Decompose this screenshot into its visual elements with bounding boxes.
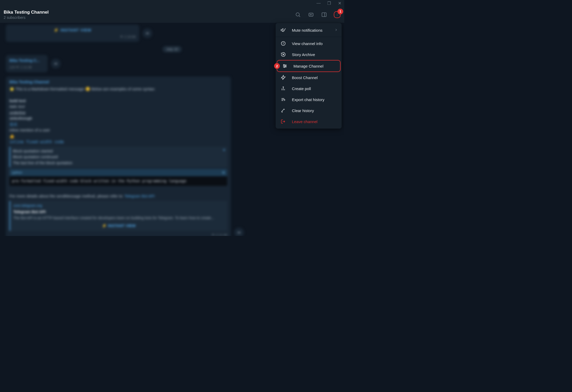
svg-point-9 bbox=[337, 14, 337, 15]
channel-title: Bika Testing Channel bbox=[4, 10, 295, 15]
minimize-button[interactable]: — bbox=[316, 1, 321, 6]
channel-info[interactable]: Bika Testing Channel 2 subscribers bbox=[4, 10, 295, 20]
boost-icon bbox=[280, 75, 286, 80]
voice-chat-icon[interactable] bbox=[308, 11, 314, 18]
message-bubble[interactable]: Bika Testing Channel ⭐ This is a Markdow… bbox=[6, 76, 231, 236]
svg-point-14 bbox=[283, 42, 284, 43]
code-content: pre-formatted fixed-width code block wri… bbox=[9, 176, 227, 186]
boost-channel-item[interactable]: Boost Channel bbox=[276, 72, 342, 83]
block-quote: Block quotation started Block quotation … bbox=[9, 147, 227, 168]
export-icon bbox=[280, 97, 286, 102]
share-icon[interactable]: ➦ bbox=[51, 59, 61, 69]
svg-point-8 bbox=[337, 14, 337, 14]
annotation-badge-2: 2 bbox=[274, 63, 280, 69]
manage-icon bbox=[282, 63, 288, 69]
archive-icon bbox=[280, 52, 286, 57]
message-link[interactable]: 尝试 bbox=[9, 122, 227, 128]
sidebar-toggle-icon[interactable] bbox=[321, 11, 327, 18]
menu-label: Mute notifications bbox=[292, 28, 323, 32]
message-text: For more details about the sendMessage m… bbox=[9, 193, 227, 199]
svg-line-11 bbox=[284, 28, 286, 31]
svg-point-10 bbox=[337, 15, 337, 16]
message-text: underline bbox=[9, 110, 227, 116]
svg-rect-6 bbox=[322, 13, 326, 16]
message-text: inline mention of a user bbox=[9, 127, 227, 133]
menu-label: View channel info bbox=[292, 41, 323, 46]
menu-separator bbox=[276, 37, 342, 37]
svg-line-1 bbox=[299, 16, 300, 17]
options-dropdown-menu: Mute notifications View channel info Sto… bbox=[276, 23, 342, 129]
inline-code: inline fixed-width code bbox=[9, 139, 227, 145]
menu-label: Leave channel bbox=[292, 119, 318, 124]
message-meta: 👁 2 11:36 bbox=[9, 233, 227, 236]
mute-icon bbox=[280, 27, 286, 33]
channel-name-label: Bika Testing C... bbox=[9, 58, 44, 64]
message-bubble[interactable]: Bika Testing C... 123 👁 1 11:36 ➦ bbox=[6, 55, 48, 72]
menu-label: Create poll bbox=[292, 86, 311, 91]
channel-name-label: Bika Testing Channel bbox=[9, 79, 227, 85]
menu-label: Export chat history bbox=[292, 97, 324, 102]
view-channel-info-item[interactable]: View channel info bbox=[276, 38, 342, 49]
close-window-button[interactable]: ✕ bbox=[337, 1, 342, 6]
message-text: italic text bbox=[9, 104, 227, 110]
instant-view-button[interactable]: ⚡ INSTANT VIEW bbox=[13, 223, 224, 229]
maximize-button[interactable]: ❐ bbox=[326, 1, 332, 6]
svg-point-20 bbox=[285, 65, 286, 66]
svg-point-21 bbox=[284, 67, 285, 68]
clear-history-item[interactable]: Clear history bbox=[276, 105, 342, 116]
collapse-icon[interactable]: ▼ bbox=[223, 148, 226, 152]
link-description: The Bot API is an HTTP-based interface c… bbox=[13, 215, 224, 221]
subscriber-count: 2 subscribers bbox=[4, 15, 295, 20]
create-poll-item[interactable]: Create poll bbox=[276, 83, 342, 94]
instant-view-button[interactable]: INSTANT VIEW bbox=[9, 27, 136, 33]
link-site: core.telegram.org bbox=[13, 203, 224, 208]
svg-marker-22 bbox=[281, 75, 285, 80]
chat-header: Bika Testing Channel 2 subscribers 1 bbox=[0, 6, 344, 23]
mute-notifications-item[interactable]: Mute notifications bbox=[276, 25, 342, 36]
poll-icon bbox=[280, 86, 286, 91]
share-icon[interactable]: ➦ bbox=[142, 28, 152, 38]
link-preview-card[interactable]: core.telegram.org Telegram Bot API The B… bbox=[9, 201, 227, 231]
story-archive-item[interactable]: Story Archive bbox=[276, 49, 342, 60]
menu-label: Story Archive bbox=[292, 52, 315, 57]
leave-channel-item[interactable]: Leave channel bbox=[276, 116, 342, 127]
message-meta: 2 15:58 bbox=[9, 34, 136, 40]
code-block: python⧉ pre-formatted fixed-width code b… bbox=[9, 169, 227, 186]
message-emoji: 👍 bbox=[9, 133, 227, 139]
info-icon bbox=[280, 41, 286, 46]
svg-marker-15 bbox=[283, 54, 284, 55]
clear-icon bbox=[280, 108, 286, 113]
link-title: Telegram Bot API bbox=[13, 209, 224, 215]
message-text: bold text bbox=[9, 98, 227, 104]
menu-label: Manage Channel bbox=[293, 64, 323, 68]
manage-channel-item[interactable]: 2 Manage Channel bbox=[277, 60, 341, 72]
svg-point-19 bbox=[284, 64, 284, 65]
window-titlebar: — ❐ ✕ bbox=[0, 0, 344, 6]
message-bubble[interactable]: INSTANT VIEW 2 15:58 ➦ bbox=[6, 25, 139, 42]
date-pill: July 10 bbox=[163, 46, 181, 52]
message-link[interactable]: Telegram Bot API bbox=[124, 194, 155, 198]
export-chat-history-item[interactable]: Export chat history bbox=[276, 94, 342, 105]
leave-icon bbox=[280, 119, 286, 124]
share-icon[interactable]: ➦ bbox=[234, 228, 244, 236]
copy-code-icon[interactable]: ⧉ bbox=[222, 170, 225, 175]
chevron-right-icon bbox=[334, 28, 338, 32]
search-icon[interactable] bbox=[295, 11, 301, 18]
message-text: ⭐ This is a Markdown-formatted message 😊… bbox=[9, 86, 227, 92]
message-meta: 123 👁 1 11:36 bbox=[9, 65, 44, 70]
code-language-label: python bbox=[12, 170, 22, 175]
message-text: strikethrough bbox=[9, 115, 227, 122]
annotation-badge-1: 1 bbox=[337, 9, 343, 14]
menu-label: Clear history bbox=[292, 108, 314, 113]
svg-point-0 bbox=[296, 13, 299, 16]
menu-label: Boost Channel bbox=[292, 75, 318, 80]
